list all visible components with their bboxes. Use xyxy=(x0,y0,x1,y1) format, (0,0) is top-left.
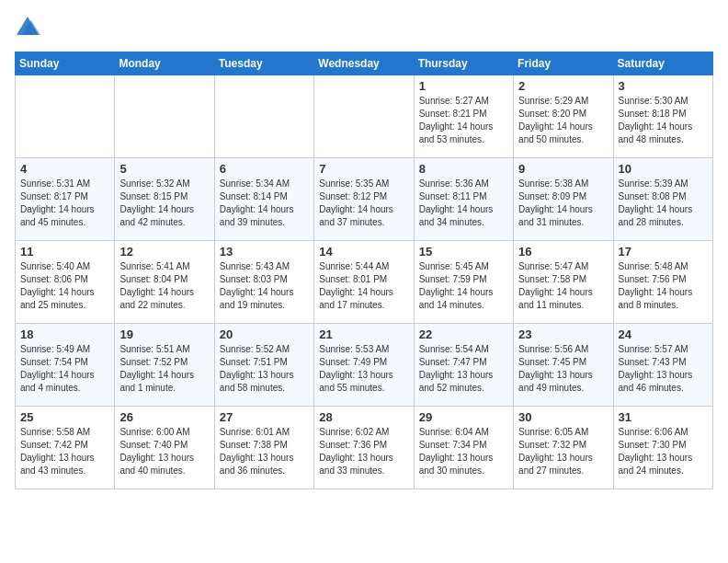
calendar-cell: 10Sunrise: 5:39 AM Sunset: 8:08 PM Dayli… xyxy=(613,158,712,241)
calendar-cell: 2Sunrise: 5:29 AM Sunset: 8:20 PM Daylig… xyxy=(514,75,613,158)
day-info: Sunrise: 5:27 AM Sunset: 8:21 PM Dayligh… xyxy=(419,95,508,146)
day-info: Sunrise: 5:48 AM Sunset: 7:56 PM Dayligh… xyxy=(619,260,708,312)
calendar-table: SundayMondayTuesdayWednesdayThursdayFrid… xyxy=(15,52,713,489)
day-number: 25 xyxy=(20,410,109,424)
calendar-cell: 3Sunrise: 5:30 AM Sunset: 8:18 PM Daylig… xyxy=(613,75,712,158)
day-number: 18 xyxy=(20,327,109,341)
day-info: Sunrise: 6:02 AM Sunset: 7:36 PM Dayligh… xyxy=(319,426,408,477)
day-info: Sunrise: 5:34 AM Sunset: 8:14 PM Dayligh… xyxy=(220,178,309,229)
calendar-week-row: 25Sunrise: 5:58 AM Sunset: 7:42 PM Dayli… xyxy=(16,407,713,489)
day-info: Sunrise: 5:56 AM Sunset: 7:45 PM Dayligh… xyxy=(518,343,608,395)
calendar-cell: 27Sunrise: 6:01 AM Sunset: 7:38 PM Dayli… xyxy=(214,407,313,489)
day-number: 16 xyxy=(518,245,608,259)
day-info: Sunrise: 5:35 AM Sunset: 8:12 PM Dayligh… xyxy=(319,178,408,229)
day-info: Sunrise: 6:06 AM Sunset: 7:30 PM Dayligh… xyxy=(619,426,708,477)
page-header xyxy=(15,15,713,40)
day-number: 31 xyxy=(619,410,708,424)
day-number: 17 xyxy=(619,245,708,259)
day-info: Sunrise: 6:04 AM Sunset: 7:34 PM Dayligh… xyxy=(419,426,508,477)
day-number: 1 xyxy=(419,79,508,93)
day-info: Sunrise: 5:36 AM Sunset: 8:11 PM Dayligh… xyxy=(419,178,508,229)
day-number: 8 xyxy=(419,162,508,176)
weekday-header-tuesday: Tuesday xyxy=(214,52,313,75)
calendar-cell xyxy=(16,75,115,158)
calendar-cell xyxy=(314,75,414,158)
day-number: 15 xyxy=(419,245,508,259)
day-number: 20 xyxy=(220,327,309,341)
day-info: Sunrise: 5:45 AM Sunset: 7:59 PM Dayligh… xyxy=(419,260,508,312)
day-info: Sunrise: 5:47 AM Sunset: 7:58 PM Dayligh… xyxy=(518,260,608,312)
day-info: Sunrise: 5:31 AM Sunset: 8:17 PM Dayligh… xyxy=(20,178,109,229)
day-info: Sunrise: 5:32 AM Sunset: 8:15 PM Dayligh… xyxy=(119,178,209,229)
logo-icon xyxy=(15,15,40,40)
day-number: 9 xyxy=(518,162,608,176)
calendar-cell: 17Sunrise: 5:48 AM Sunset: 7:56 PM Dayli… xyxy=(613,241,712,324)
day-number: 10 xyxy=(619,162,708,176)
day-number: 7 xyxy=(319,162,408,176)
day-number: 28 xyxy=(319,410,408,424)
calendar-cell: 15Sunrise: 5:45 AM Sunset: 7:59 PM Dayli… xyxy=(414,241,513,324)
calendar-cell: 28Sunrise: 6:02 AM Sunset: 7:36 PM Dayli… xyxy=(314,407,414,489)
day-info: Sunrise: 5:53 AM Sunset: 7:49 PM Dayligh… xyxy=(319,343,408,395)
calendar-week-row: 18Sunrise: 5:49 AM Sunset: 7:54 PM Dayli… xyxy=(16,324,713,407)
day-info: Sunrise: 6:01 AM Sunset: 7:38 PM Dayligh… xyxy=(220,426,309,477)
calendar-cell: 13Sunrise: 5:43 AM Sunset: 8:03 PM Dayli… xyxy=(214,241,313,324)
day-info: Sunrise: 5:49 AM Sunset: 7:54 PM Dayligh… xyxy=(20,343,109,395)
calendar-cell: 18Sunrise: 5:49 AM Sunset: 7:54 PM Dayli… xyxy=(16,324,115,407)
day-number: 4 xyxy=(20,162,109,176)
calendar-cell: 23Sunrise: 5:56 AM Sunset: 7:45 PM Dayli… xyxy=(514,324,613,407)
calendar-cell: 8Sunrise: 5:36 AM Sunset: 8:11 PM Daylig… xyxy=(414,158,513,241)
day-number: 3 xyxy=(619,79,708,93)
day-number: 26 xyxy=(119,410,209,424)
calendar-cell: 29Sunrise: 6:04 AM Sunset: 7:34 PM Dayli… xyxy=(414,407,513,489)
day-info: Sunrise: 5:30 AM Sunset: 8:18 PM Dayligh… xyxy=(619,95,708,146)
day-info: Sunrise: 5:29 AM Sunset: 8:20 PM Dayligh… xyxy=(518,95,608,146)
calendar-cell: 20Sunrise: 5:52 AM Sunset: 7:51 PM Dayli… xyxy=(214,324,313,407)
day-number: 13 xyxy=(220,245,309,259)
calendar-cell: 26Sunrise: 6:00 AM Sunset: 7:40 PM Dayli… xyxy=(115,407,214,489)
calendar-cell: 1Sunrise: 5:27 AM Sunset: 8:21 PM Daylig… xyxy=(414,75,513,158)
day-info: Sunrise: 5:43 AM Sunset: 8:03 PM Dayligh… xyxy=(220,260,309,312)
weekday-header-thursday: Thursday xyxy=(414,52,513,75)
day-number: 19 xyxy=(119,327,209,341)
calendar-cell: 12Sunrise: 5:41 AM Sunset: 8:04 PM Dayli… xyxy=(115,241,214,324)
day-info: Sunrise: 5:41 AM Sunset: 8:04 PM Dayligh… xyxy=(119,260,209,312)
calendar-cell: 4Sunrise: 5:31 AM Sunset: 8:17 PM Daylig… xyxy=(16,158,115,241)
calendar-cell: 9Sunrise: 5:38 AM Sunset: 8:09 PM Daylig… xyxy=(514,158,613,241)
day-info: Sunrise: 5:38 AM Sunset: 8:09 PM Dayligh… xyxy=(518,178,608,229)
day-number: 12 xyxy=(119,245,209,259)
day-number: 27 xyxy=(220,410,309,424)
day-info: Sunrise: 5:58 AM Sunset: 7:42 PM Dayligh… xyxy=(20,426,109,477)
calendar-cell: 11Sunrise: 5:40 AM Sunset: 8:06 PM Dayli… xyxy=(16,241,115,324)
calendar-cell: 25Sunrise: 5:58 AM Sunset: 7:42 PM Dayli… xyxy=(16,407,115,489)
calendar-cell: 24Sunrise: 5:57 AM Sunset: 7:43 PM Dayli… xyxy=(613,324,712,407)
day-number: 30 xyxy=(518,410,608,424)
day-number: 14 xyxy=(319,245,408,259)
day-number: 21 xyxy=(319,327,408,341)
weekday-header-saturday: Saturday xyxy=(613,52,712,75)
calendar-cell: 22Sunrise: 5:54 AM Sunset: 7:47 PM Dayli… xyxy=(414,324,513,407)
calendar-cell: 16Sunrise: 5:47 AM Sunset: 7:58 PM Dayli… xyxy=(514,241,613,324)
day-number: 11 xyxy=(20,245,109,259)
weekday-header-row: SundayMondayTuesdayWednesdayThursdayFrid… xyxy=(16,52,713,75)
calendar-cell: 6Sunrise: 5:34 AM Sunset: 8:14 PM Daylig… xyxy=(214,158,313,241)
day-info: Sunrise: 5:40 AM Sunset: 8:06 PM Dayligh… xyxy=(20,260,109,312)
calendar-week-row: 11Sunrise: 5:40 AM Sunset: 8:06 PM Dayli… xyxy=(16,241,713,324)
weekday-header-sunday: Sunday xyxy=(16,52,115,75)
day-number: 6 xyxy=(220,162,309,176)
day-number: 2 xyxy=(518,79,608,93)
day-info: Sunrise: 5:39 AM Sunset: 8:08 PM Dayligh… xyxy=(619,178,708,229)
calendar-cell: 7Sunrise: 5:35 AM Sunset: 8:12 PM Daylig… xyxy=(314,158,414,241)
calendar-cell: 5Sunrise: 5:32 AM Sunset: 8:15 PM Daylig… xyxy=(115,158,214,241)
weekday-header-wednesday: Wednesday xyxy=(314,52,414,75)
day-info: Sunrise: 6:05 AM Sunset: 7:32 PM Dayligh… xyxy=(518,426,608,477)
calendar-cell: 19Sunrise: 5:51 AM Sunset: 7:52 PM Dayli… xyxy=(115,324,214,407)
day-number: 24 xyxy=(619,327,708,341)
day-info: Sunrise: 5:51 AM Sunset: 7:52 PM Dayligh… xyxy=(119,343,209,395)
calendar-week-row: 4Sunrise: 5:31 AM Sunset: 8:17 PM Daylig… xyxy=(16,158,713,241)
calendar-cell: 30Sunrise: 6:05 AM Sunset: 7:32 PM Dayli… xyxy=(514,407,613,489)
weekday-header-monday: Monday xyxy=(115,52,214,75)
day-number: 5 xyxy=(119,162,209,176)
calendar-cell: 21Sunrise: 5:53 AM Sunset: 7:49 PM Dayli… xyxy=(314,324,414,407)
day-info: Sunrise: 5:54 AM Sunset: 7:47 PM Dayligh… xyxy=(419,343,508,395)
